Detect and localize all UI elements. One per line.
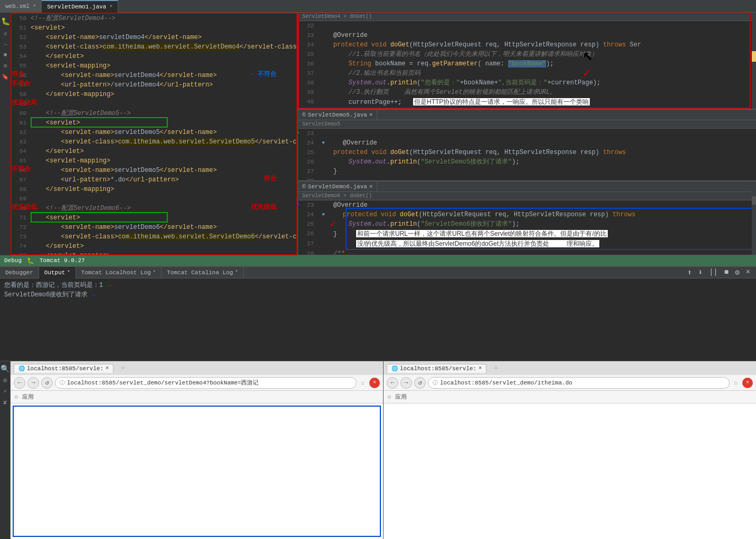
debug-toolbar-icons: ⬆ ⬇ || ■ ⚙ × [686,268,756,277]
settings-debug-icon[interactable]: ⚙ [733,268,741,277]
tab-debugger[interactable]: Debugger [0,267,39,278]
code-line-72: 72 <servlet-name>servletDemo6</servlet-n… [11,223,298,232]
back-button-1[interactable]: ← [14,377,25,389]
clear-icon[interactable]: ⬆ [686,268,693,277]
grid-icon-2: ⊞ [388,394,391,400]
code-line-70: 70 <!--配置ServletDemo6--> [11,204,298,213]
java-line-41: 41 } 应。最终此类执行，并负责处理和响应。 [298,107,756,109]
tomcat-version: Tomcat 9.0.27 [40,257,85,264]
bookmark-icon[interactable]: 🔖 [2,73,9,80]
java-code-1[interactable]: 32 33 @Override 34 protected void doGet(… [298,21,756,109]
pause-icon[interactable]: || [707,268,720,277]
browser-panel-2: 🌐 localhost:8585/servle: × + ← → ↺ ⓘ loc… [384,361,756,539]
code-line-63: 63 <servlet-class>com.itheima.web.servle… [11,137,298,147]
java-line-37: 37 //2.输出书名和当前页码 [298,69,756,78]
browser-tab-1[interactable]: 🌐 localhost:8585/servle: × [14,364,113,373]
browser-url-bar-2[interactable]: ⓘ localhost:8585/servlet_demo/itheima.do [428,377,730,389]
breadcrumb-text-3: ServletDemo6 > doGet() [302,193,372,199]
bookmark-item-1[interactable]: 应用 [22,393,34,401]
tab-tomcat-catalina[interactable]: Tomcat Catalina Log * [161,267,244,278]
bookmark-star-1[interactable]: ☆ [361,378,365,387]
back-button-2[interactable]: ← [387,377,398,389]
debug-label: Debug [4,257,22,264]
code-line-56: 56 <servlet-name>servletDemo4</servlet-n… [11,71,298,80]
new-tab-button-2[interactable]: + [491,363,501,373]
refresh-icon[interactable]: ↺ [4,30,7,37]
code-line-53: 53 <servlet-class>com.itheima.web.servle… [11,42,298,52]
code-line-50: 50 <!--配置ServletDemo4--> [11,14,298,23]
browser-url-text-2: localhost:8585/servlet_demo/itheima.do [440,380,572,386]
java-editor-3: © ServletDemo6.java × ServletDemo6 > doG… [298,181,756,255]
java2-line-23: 23 [298,129,756,138]
scrollbar-thumb-java1 [752,51,756,62]
new-tab-button-1[interactable]: + [118,363,128,373]
code-line-60: 60 <!--配置ServletDemo5--> [11,109,298,118]
java-line-36: 36 String bookName = req.getParameter( n… [298,59,756,69]
java2-line-26: 26 System.out.println("ServletDemo5接收到了请… [298,157,756,167]
stop-icon[interactable]: ■ [4,52,7,58]
browser-bookmarks-1: ⊞ 应用 [11,391,383,403]
tab-web-xml[interactable]: web.xml × [0,0,42,13]
browser-tab-2[interactable]: 🌐 localhost:8585/servle: × [387,364,486,373]
debug-icon[interactable]: 🐛 [1,17,10,26]
browser-panel-1: 🌐 localhost:8585/servle: × + ← → ↺ ⓘ loc… [11,361,384,539]
browser-tab-close-2[interactable]: × [479,365,482,371]
close-icon[interactable]: × [33,3,36,9]
browser-panels-row: 🔍 ⚙ ⚡ ✘ 🌐 localhost:8585/servle: × + ← →… [0,361,756,539]
stop-debug-icon[interactable]: ■ [723,268,730,277]
java-line-34: 34 protected void doGet(HttpServletReque… [298,40,756,50]
refresh-button-1[interactable]: ↺ [41,377,53,389]
browser-sidebar-icon-1: 🔍 [1,364,9,373]
code-line-67: 67 <url-pattern>*.do</url-pattern> [11,175,298,185]
close-icon[interactable]: × [109,4,112,9]
debug-output: 您看的是：西游记，当前页码是：1 ← ServletDemo6接收到了请求 ← [0,278,756,361]
grid-icon-1: ⊞ [15,394,18,400]
browser-sidebar-icon-2: ⚙ [3,377,7,384]
browser-tab-close-1[interactable]: × [106,365,109,371]
java-code-2[interactable]: 23 24 ● @Override 25 protected void doGe… [298,129,756,180]
tab-output[interactable]: Output * [39,267,76,278]
step-icon[interactable]: → [4,41,7,47]
refresh-button-2[interactable]: ↺ [414,377,426,389]
browser-sidebar: 🔍 ⚙ ⚡ ✘ [0,361,11,539]
debug-icon-small: 🐛 [27,257,34,264]
code-line-58: 58 </servlet-mapping> [11,90,298,99]
code-line-62: 62 <servlet-name>servletDemo5</servlet-n… [11,128,298,137]
forward-button-2[interactable]: → [400,377,412,389]
close-debug-icon[interactable]: × [744,268,752,277]
code-line-73: 73 <servlet-class>com.itheima.web.servle… [11,232,298,242]
close-icon-3[interactable]: × [369,184,373,190]
plugin-icon[interactable]: ⚙ [4,62,7,69]
close-icon-2[interactable]: × [369,112,373,118]
java3-line-26: 26 } 和前一个请求URL一样，这个请求URL也有两个Servlet的映射符合… [298,229,756,239]
browser-sidebar-icon-3: ⚡ [3,388,7,396]
code-line-57: 57 <url-pattern>/servletDemo4</url-patte… [11,80,298,90]
bookmark-item-2[interactable]: 应用 [395,393,407,401]
scroll-icon[interactable]: ⬇ [697,268,704,277]
browser-nav-2: ← → ↺ ⓘ localhost:8585/servlet_demo/ithe… [384,375,756,391]
subtab-servletdemo6[interactable]: © ServletDemo6.java × [298,181,377,192]
browser-nav-1: ← → ↺ ⓘ localhost:8585/servlet_demo/serv… [11,375,383,391]
java-code-3[interactable]: 23 @Override 24 ● protected void doGet(H… [298,200,756,255]
tab-servletdemo1[interactable]: ServletDemo1.java × [42,0,118,13]
browser-close-2[interactable]: × [742,378,753,388]
output-line-2: ServletDemo6接收到了请求 ← [4,290,752,300]
bookmark-star-2[interactable]: ☆ [734,378,738,387]
code-line-51: 51 <servlet> [11,23,298,33]
browser-close-1[interactable]: × [369,378,380,388]
code-line-55: 55 <servlet-mapping> [11,61,298,71]
tab-tomcat-localhost[interactable]: Tomcat Localhost Log * [76,267,161,278]
xml-editor-panel: 50 <!--配置ServletDemo4--> 51 <servlet> 52… [11,13,298,255]
browser-tab-bar-2: 🌐 localhost:8585/servle: × + [384,361,756,375]
browser-url-bar-1[interactable]: ⓘ localhost:8585/servlet_demo/servletDem… [55,377,357,389]
xml-code-editor[interactable]: 50 <!--配置ServletDemo4--> 51 <servlet> 52… [11,13,298,255]
red-arrow-output-1: ← [107,281,113,290]
subtab-servletdemo5[interactable]: © ServletDemo5.java × [298,110,377,120]
code-line-52: 52 <servlet-name>servletDemo4</servlet-n… [11,33,298,42]
forward-button-1[interactable]: → [27,377,39,389]
browser-bookmarks-2: ⊞ 应用 [384,391,756,403]
breadcrumb-text-2: ServletDemo5 [302,121,340,127]
browser-body-1 [13,406,381,537]
breadcrumb-3: ServletDemo6 > doGet() [298,192,756,200]
editors-row: 🐛 ↺ → ■ ⚙ 🔖 50 <!--配置ServletDemo4--> 51 … [0,13,756,255]
